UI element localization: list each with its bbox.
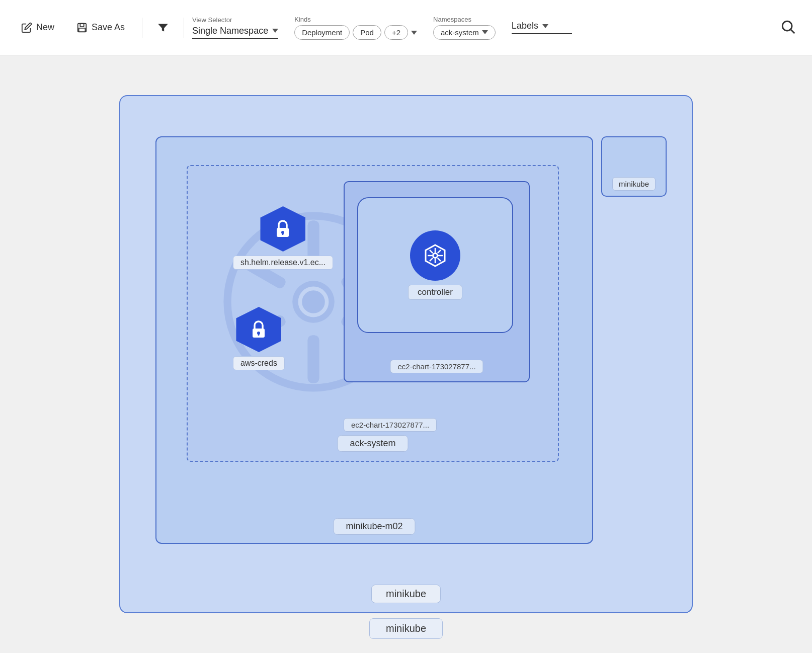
svg-line-29	[438, 258, 441, 261]
namespaces-group: Namespaces ack-system	[433, 16, 496, 40]
namespaces-label: Namespaces	[433, 16, 496, 23]
lock-icon-2	[248, 317, 270, 342]
view-selector-dropdown[interactable]: Single Namespace	[192, 26, 278, 39]
view-selector-chevron-icon	[272, 29, 278, 33]
labels-group: Labels	[512, 21, 572, 34]
kinds-pills: Deployment Pod +2	[294, 25, 417, 40]
namespace-box: sh.helm.release.v1.ec... aws-creds	[187, 165, 559, 462]
divider2	[184, 18, 184, 38]
view-selector-label: View Selector	[192, 16, 278, 24]
helm-secret-2: aws-creds	[233, 307, 285, 370]
chart-box: controller ec2-chart-173027877...	[344, 181, 530, 382]
svg-line-3	[791, 30, 794, 33]
svg-line-30	[438, 250, 441, 253]
namespaces-dropdown[interactable]: ack-system	[433, 25, 496, 40]
svg-rect-12	[308, 336, 319, 383]
pod-box: controller	[357, 197, 513, 333]
bottom-label-text: minikube	[386, 623, 426, 634]
view-selector-group: View Selector Single Namespace	[192, 16, 278, 39]
kubernetes-icon	[421, 241, 450, 270]
helm-secret-1: sh.helm.release.v1.ec...	[233, 206, 333, 270]
helm-secret-1-label: sh.helm.release.v1.ec...	[233, 256, 333, 270]
divider1	[142, 18, 142, 38]
pod-label: controller	[408, 285, 462, 300]
filter-button[interactable]	[150, 17, 176, 38]
helm-secret-2-icon	[236, 307, 281, 352]
save-as-label: Save As	[92, 22, 125, 33]
chart-outer-label: ec2-chart-173027877...	[344, 418, 437, 432]
sidebar-minikube-label: minikube	[612, 177, 656, 191]
cluster-outer: minikube	[119, 95, 693, 613]
svg-rect-17	[282, 232, 284, 235]
svg-line-31	[430, 258, 433, 261]
svg-point-23	[434, 254, 437, 257]
canvas: minikube	[0, 55, 812, 653]
svg-point-2	[782, 21, 792, 31]
search-icon	[780, 19, 796, 35]
cluster-outer-label: minikube	[371, 585, 441, 603]
pill-plus2[interactable]: +2	[384, 25, 408, 40]
pencil-icon	[21, 22, 32, 33]
labels-value: Labels	[512, 21, 538, 31]
kinds-label: Kinds	[294, 16, 417, 23]
svg-rect-20	[258, 333, 260, 336]
kinds-group: Kinds Deployment Pod +2	[294, 16, 417, 40]
chart-box-label: ec2-chart-173027877...	[390, 360, 483, 373]
svg-line-28	[430, 250, 433, 253]
filter-icon	[156, 21, 170, 34]
sidebar-minikube-box: minikube	[601, 136, 667, 197]
bottom-minikube-label: minikube	[369, 618, 443, 639]
pod-icon	[410, 230, 460, 281]
search-button[interactable]	[776, 15, 800, 40]
pill-deployment[interactable]: Deployment	[294, 25, 350, 40]
save-icon	[76, 22, 88, 33]
new-button[interactable]: New	[12, 17, 63, 38]
node-box: sh.helm.release.v1.ec... aws-creds	[155, 136, 593, 544]
toolbar: New Save As View Selector Single Namespa…	[0, 0, 812, 55]
namespace-label: ack-system	[337, 435, 408, 452]
new-label: New	[36, 22, 54, 33]
kinds-chevron-down-icon	[411, 31, 417, 35]
namespaces-chevron-icon	[482, 30, 488, 34]
helm-secret-1-icon	[260, 206, 305, 252]
namespaces-value: ack-system	[441, 28, 479, 37]
view-selector-value: Single Namespace	[192, 26, 268, 36]
node-label: minikube-m02	[333, 518, 415, 535]
svg-rect-1	[80, 23, 84, 26]
kinds-chevron-icon[interactable]	[411, 28, 417, 37]
lock-icon-1	[272, 217, 294, 241]
helm-secret-2-label: aws-creds	[233, 356, 285, 370]
save-as-button[interactable]: Save As	[67, 17, 134, 38]
pill-pod[interactable]: Pod	[353, 25, 381, 40]
labels-chevron-icon	[542, 24, 548, 28]
labels-dropdown[interactable]: Labels	[512, 21, 572, 34]
